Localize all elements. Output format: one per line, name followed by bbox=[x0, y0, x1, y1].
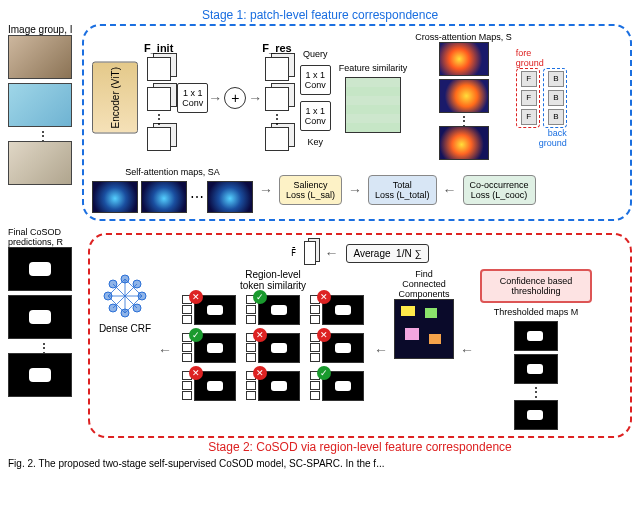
arrow-left-icon: ← bbox=[460, 342, 474, 358]
fres-label: F_res bbox=[262, 42, 291, 54]
image-group-column: Image group, I ⋮ bbox=[8, 24, 78, 221]
f-token: F bbox=[521, 109, 537, 125]
arrow-left-icon: ← bbox=[443, 182, 457, 198]
finit-column: F_init ⋮ bbox=[144, 42, 173, 154]
arrow-right-icon: → bbox=[208, 90, 222, 106]
thresholded-mask bbox=[514, 354, 558, 384]
input-image-thumb bbox=[8, 141, 72, 185]
fbar-label: F̄ bbox=[291, 248, 296, 258]
ellipsis-icon: ⋮ bbox=[457, 116, 471, 126]
final-prediction-mask bbox=[8, 247, 72, 291]
arrow-left-icon: ← bbox=[158, 342, 172, 358]
average-label: Average bbox=[353, 248, 390, 259]
final-predictions-label: Final CoSOD predictions, R bbox=[8, 227, 80, 247]
self-attention-heatmap bbox=[207, 181, 253, 213]
stage1-container: Encoder (ViT) F_init ⋮ 1 x 1 Conv → + → … bbox=[82, 24, 632, 221]
reject-mark-icon: ✕ bbox=[189, 366, 203, 380]
thresholded-mask bbox=[514, 400, 558, 430]
query-key-column: Query 1 x 1 Conv 1 x 1 Conv Key bbox=[300, 49, 331, 147]
self-attention-heatmap bbox=[141, 181, 187, 213]
region-mask: ✓ bbox=[194, 333, 236, 363]
finit-label: F_init bbox=[144, 42, 173, 54]
stage1-title: Stage 1: patch-level feature corresponde… bbox=[8, 8, 632, 22]
cross-attention-label: Cross-attention Maps, S bbox=[415, 32, 512, 42]
feature-cube-icon bbox=[147, 127, 171, 151]
reject-mark-icon: ✕ bbox=[317, 328, 331, 342]
conv1x1-key-block: 1 x 1 Conv bbox=[300, 101, 331, 131]
stage2-container: F̄ ← Average 1/N ∑ bbox=[88, 233, 632, 438]
encoder-block: Encoder (ViT) bbox=[92, 62, 138, 134]
total-loss-box: Total Loss (L_total) bbox=[368, 175, 437, 205]
region-similarity-label: Region-level token similarity bbox=[240, 269, 306, 291]
average-formula: 1/N ∑ bbox=[396, 248, 421, 259]
feature-cube-icon bbox=[265, 57, 289, 81]
average-block: Average 1/N ∑ bbox=[346, 244, 428, 263]
region-similarity-grid: ✕ ✓ ✕ ✓ ✕ ✕ ✕ ✕ ✓ bbox=[178, 291, 368, 405]
ellipsis-icon: ⋯ bbox=[190, 192, 204, 202]
reject-mark-icon: ✕ bbox=[189, 290, 203, 304]
ellipsis-icon: ⋮ bbox=[152, 114, 166, 124]
arrow-right-icon: → bbox=[348, 182, 362, 198]
cross-attention-heatmap bbox=[439, 79, 489, 113]
ellipsis-icon: ⋮ bbox=[8, 343, 80, 353]
figure-caption: Fig. 2. The proposed two-stage self-supe… bbox=[8, 458, 632, 469]
foreground-label: fore ground bbox=[516, 48, 544, 68]
key-label: Key bbox=[300, 137, 331, 147]
region-mask: ✕ bbox=[322, 333, 364, 363]
input-image-thumb bbox=[8, 35, 72, 79]
arrow-right-icon: → bbox=[259, 182, 273, 198]
feature-cube-icon bbox=[265, 87, 289, 111]
arrow-left-icon: ← bbox=[324, 245, 338, 261]
reject-mark-icon: ✕ bbox=[253, 328, 267, 342]
final-prediction-mask bbox=[8, 353, 72, 397]
feature-cube-icon bbox=[265, 127, 289, 151]
add-op-icon: + bbox=[224, 87, 246, 109]
cross-attention-heatmap bbox=[439, 42, 489, 76]
fbar-token-icon bbox=[304, 241, 316, 265]
accept-mark-icon: ✓ bbox=[317, 366, 331, 380]
fres-column: F_res ⋮ bbox=[262, 42, 291, 154]
feature-cube-icon bbox=[147, 87, 171, 111]
reject-mark-icon: ✕ bbox=[317, 290, 331, 304]
self-attention-heatmap bbox=[92, 181, 138, 213]
stage2-title: Stage 2: CoSOD via region-level feature … bbox=[88, 440, 632, 454]
background-group-box: B B B bbox=[543, 68, 567, 128]
final-predictions-column: Final CoSOD predictions, R ⋮ bbox=[8, 227, 80, 454]
b-token: B bbox=[548, 109, 564, 125]
cross-attention-heatmap bbox=[439, 126, 489, 160]
foreground-group-box: F F F bbox=[516, 68, 540, 128]
ellipsis-icon: ⋮ bbox=[8, 131, 78, 141]
f-token: F bbox=[521, 90, 537, 106]
feature-similarity-label: Feature similarity bbox=[339, 63, 408, 73]
region-mask: ✕ bbox=[194, 371, 236, 401]
arrow-right-icon: → bbox=[248, 90, 262, 106]
region-mask: ✕ bbox=[258, 371, 300, 401]
region-mask: ✕ bbox=[194, 295, 236, 325]
feature-cube-icon bbox=[147, 57, 171, 81]
conv1x1-block: 1 x 1 Conv bbox=[177, 83, 208, 113]
thresholded-maps-column: ⋮ bbox=[514, 321, 558, 430]
input-image-thumb bbox=[8, 83, 72, 127]
arrow-left-icon: ← bbox=[374, 342, 388, 358]
cooccurrence-loss-box: Co-occurrence Loss (L_cooc) bbox=[463, 175, 536, 205]
region-mask: ✓ bbox=[258, 295, 300, 325]
final-prediction-mask bbox=[8, 295, 72, 339]
thresholded-mask bbox=[514, 321, 558, 351]
thresholded-maps-label: Thresholded maps M bbox=[494, 307, 579, 317]
saliency-loss-box: Saliency Loss (L_sal) bbox=[279, 175, 342, 205]
connected-components-label: Find Connected Components bbox=[398, 269, 449, 299]
query-label: Query bbox=[300, 49, 331, 59]
confidence-thresholding-box: Confidence based thresholding bbox=[480, 269, 592, 303]
background-label: back ground bbox=[516, 128, 567, 148]
dense-crf-label: Dense CRF bbox=[99, 323, 151, 334]
b-token: B bbox=[548, 71, 564, 87]
conv1x1-query-block: 1 x 1 Conv bbox=[300, 65, 331, 95]
region-mask: ✕ bbox=[322, 295, 364, 325]
ellipsis-icon: ⋮ bbox=[514, 387, 558, 397]
region-mask: ✕ bbox=[258, 333, 300, 363]
connected-components-icon bbox=[394, 299, 454, 359]
region-mask: ✓ bbox=[322, 371, 364, 401]
ellipsis-icon: ⋮ bbox=[270, 114, 284, 124]
accept-mark-icon: ✓ bbox=[189, 328, 203, 342]
self-attention-strip: ⋯ bbox=[92, 181, 253, 213]
